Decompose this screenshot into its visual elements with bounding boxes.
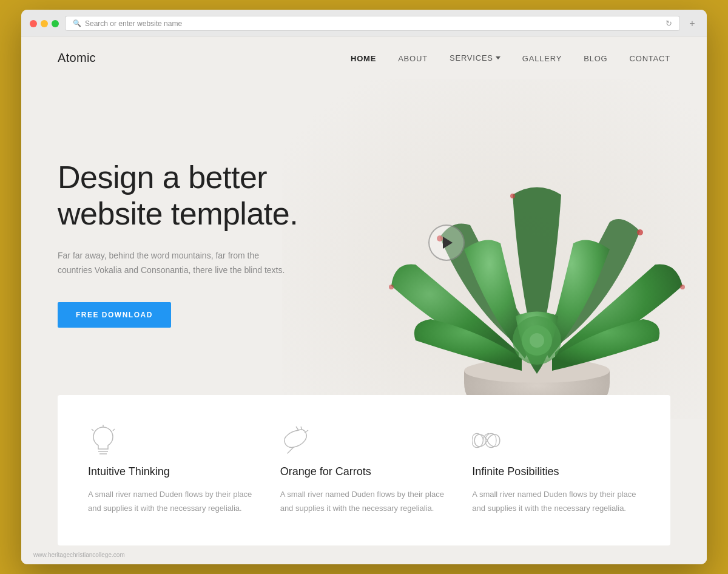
nav-item-gallery[interactable]: GALLERY	[522, 53, 562, 64]
hero-title: Design a better website template.	[58, 160, 318, 232]
nav-item-contact[interactable]: CONTACT	[630, 53, 670, 64]
feature-item-1: Intuitive Thinking A small river named D…	[88, 425, 256, 515]
features-section: Intuitive Thinking A small river named D…	[58, 395, 670, 545]
svg-point-6	[389, 285, 394, 289]
svg-point-4	[637, 229, 643, 235]
refresh-icon[interactable]: ↻	[666, 19, 672, 28]
website-content: Atomic HOME ABOUT SERVICES GALLERY	[21, 36, 707, 564]
site-logo[interactable]: Atomic	[58, 51, 96, 65]
browser-chrome: 🔍 Search or enter website name ↻ +	[21, 10, 707, 36]
free-download-button[interactable]: FREE DOWNLOAD	[58, 302, 171, 328]
feature-desc-1: A small river named Duden flows by their…	[88, 488, 256, 515]
traffic-lights	[30, 20, 59, 27]
play-button[interactable]	[428, 225, 465, 261]
fullscreen-button[interactable]	[52, 20, 59, 27]
feature-title-2: Orange for Carrots	[280, 465, 448, 478]
feature-desc-2: A small river named Duden flows by their…	[280, 488, 448, 515]
nav-link-home[interactable]: HOME	[351, 54, 376, 63]
svg-point-5	[510, 194, 515, 198]
feature-desc-3: A small river named Duden flows by their…	[472, 488, 640, 515]
nav-item-blog[interactable]: BLOG	[584, 53, 607, 64]
watermark-text: www.heritagechristiancollege.com	[33, 552, 125, 558]
carrot-icon	[280, 425, 311, 456]
navigation: Atomic HOME ABOUT SERVICES GALLERY	[21, 36, 707, 79]
search-icon: 🔍	[73, 19, 81, 27]
nav-item-about[interactable]: ABOUT	[398, 53, 428, 64]
feature-title-1: Intuitive Thinking	[88, 465, 256, 478]
new-tab-button[interactable]: +	[686, 18, 698, 30]
svg-line-14	[113, 429, 115, 431]
svg-point-10	[530, 333, 544, 348]
hero-subtitle: Far far away, behind the word mountains,…	[58, 249, 288, 278]
feature-item-2: Orange for Carrots A small river named D…	[280, 425, 448, 515]
nav-link-contact[interactable]: CONTACT	[630, 54, 670, 63]
nav-link-blog[interactable]: BLOG	[584, 54, 607, 63]
nav-link-about[interactable]: ABOUT	[398, 54, 428, 63]
close-button[interactable]	[30, 20, 37, 27]
nav-link-services[interactable]: SERVICES	[450, 53, 500, 62]
address-bar[interactable]: 🔍 Search or enter website name ↻	[65, 16, 680, 31]
address-bar-text: Search or enter website name	[85, 19, 182, 28]
watermark: www.heritagechristiancollege.com	[21, 545, 707, 564]
feature-title-3: Infinite Posibilities	[472, 465, 640, 478]
nav-links: HOME ABOUT SERVICES GALLERY BLOG	[351, 53, 670, 64]
nav-link-gallery[interactable]: GALLERY	[522, 54, 562, 63]
lightbulb-icon	[88, 425, 118, 456]
play-icon	[443, 237, 453, 249]
minimize-button[interactable]	[41, 20, 48, 27]
nav-item-home[interactable]: HOME	[351, 53, 376, 64]
hero-section: Design a better website template. Far fa…	[21, 79, 707, 419]
svg-line-16	[296, 427, 298, 430]
nav-item-services[interactable]: SERVICES	[450, 53, 500, 62]
chevron-down-icon	[496, 56, 500, 59]
infinity-icon	[472, 425, 502, 456]
svg-line-15	[92, 429, 93, 431]
feature-item-3: Infinite Posibilities A small river name…	[472, 425, 640, 515]
hero-content: Design a better website template. Far fa…	[21, 123, 355, 376]
svg-point-7	[680, 285, 685, 289]
browser-window: 🔍 Search or enter website name ↻ + Atomi…	[21, 10, 707, 564]
